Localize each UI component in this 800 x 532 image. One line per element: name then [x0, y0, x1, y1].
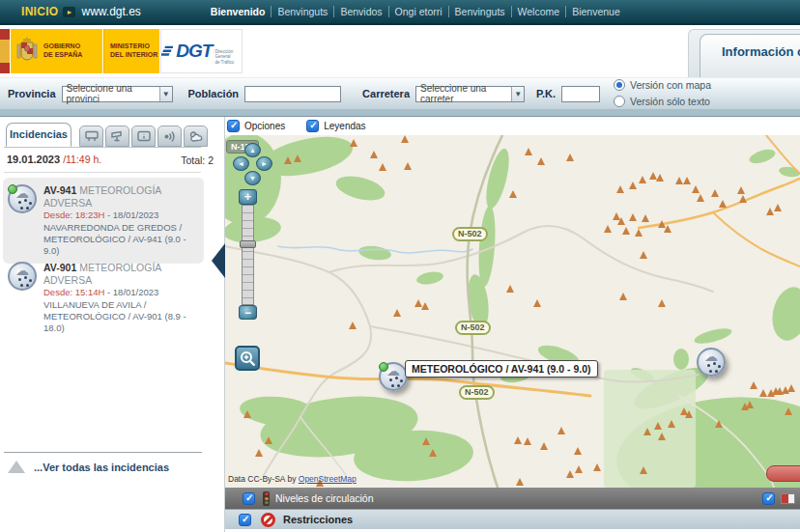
info-sensores-checkbox[interactable]: [762, 492, 775, 505]
see-all-incidents[interactable]: ...Ver todas las incidencias: [8, 461, 169, 473]
inicio-link[interactable]: INICIO: [21, 5, 58, 18]
pk-input[interactable]: [561, 86, 600, 102]
map-marker-av941[interactable]: ☁: [379, 362, 408, 391]
dgt-url-link[interactable]: www.dgt.es: [81, 5, 140, 18]
leyendas-label: Leyendas: [324, 121, 365, 131]
welcome-link[interactable]: Benvinguts: [449, 6, 512, 17]
header: GOBIERNO DE ESPAÑA MINISTERIO DEL INTERI…: [0, 25, 800, 77]
incident-location: NAVARREDONDA DE GREDOS /: [43, 222, 200, 234]
tab-informacion-carreteras[interactable]: Información c: [700, 34, 800, 77]
map-options-row: Opciones Leyendas: [225, 117, 800, 135]
top-bar: INICIO ► www.dgt.es BienvenidoBenvinguts…: [0, 0, 800, 25]
incident-start-time: 18:23H: [75, 210, 105, 220]
collapse-sidebar-arrow[interactable]: [212, 243, 225, 278]
chevron-down-icon: ▼: [159, 87, 172, 101]
provincia-select[interactable]: Seleccione una provinci ▼: [62, 86, 173, 102]
cctv-camera-icon: [111, 130, 125, 143]
traffic-levels-icon: [263, 491, 270, 506]
incident-detail: METEOROLÓGICO / AV-941 (9.0 - 9.0): [43, 234, 200, 258]
welcome-link[interactable]: Benvidos: [334, 6, 388, 17]
opciones-label: Opciones: [244, 121, 285, 131]
no-entry-icon: [261, 513, 275, 527]
dgt-wordmark: DGT: [176, 41, 212, 61]
restricciones-checkbox[interactable]: [239, 514, 251, 526]
filter-bar: Provincia Seleccione una provinci ▼ Pobl…: [0, 77, 800, 109]
zoom-slider-track[interactable]: [242, 205, 254, 305]
zoom-in-button[interactable]: +: [239, 189, 257, 205]
pk-label: P.K.: [536, 88, 556, 99]
map-zoom-control: + −: [239, 189, 258, 320]
version-text-radio[interactable]: [614, 96, 625, 107]
radio-waves-icon: [163, 130, 177, 143]
welcome-link[interactable]: Welcome: [512, 6, 567, 17]
partial-red-badge[interactable]: [766, 465, 800, 482]
incident-item-av901[interactable]: ☁ AV-901 METEOROLOGÍA ADVERSA Desde: 15:…: [3, 255, 204, 341]
map-attribution: Data CC-By-SA by OpenStreetMap: [228, 474, 357, 484]
info-panel-icon: [137, 130, 151, 143]
chevron-down-icon: ▼: [511, 87, 524, 101]
version-map-label: Versión con mapa: [630, 79, 711, 91]
zoom-out-button[interactable]: −: [239, 305, 257, 320]
dgt-subtitle: Dirección General de Tráfico: [214, 49, 242, 65]
tab-panels-button[interactable]: [79, 126, 103, 147]
ministerio-logo: MINISTERIO DEL INTERIOR: [103, 29, 159, 73]
adverse-weather-marker-icon: ☁: [8, 262, 37, 291]
active-status-dot: [8, 184, 17, 194]
provincia-label: Provincia: [8, 88, 56, 99]
report-time: /11:49 h.: [63, 154, 101, 165]
map-area: Opciones Leyendas: [225, 117, 800, 532]
dgt-logo[interactable]: DGT Dirección General de Tráfico: [160, 29, 243, 73]
welcome-link[interactable]: Bienvenido: [205, 6, 272, 17]
dgt-mark-icon: [161, 42, 173, 60]
welcome-link[interactable]: Benvinguts: [271, 6, 334, 17]
traffic-levels-bar: Niveles de circulación Info sensore: [225, 488, 800, 509]
tab-incidencias[interactable]: Incidencias: [6, 123, 71, 147]
map-canvas[interactable]: [225, 135, 800, 488]
pan-right-button[interactable]: ►: [256, 156, 272, 171]
pan-left-button[interactable]: ◄: [233, 156, 249, 171]
total-count: Total: 2: [181, 154, 214, 166]
pan-down-button[interactable]: ▼: [244, 171, 261, 185]
tab-cameras-button[interactable]: [105, 126, 129, 147]
poblacion-label: Población: [188, 88, 240, 99]
carretera-select[interactable]: Seleccione una carreter ▼: [415, 86, 525, 102]
welcome-link[interactable]: Bienvenue: [566, 6, 626, 17]
gobierno-logo: GOBIERNO DE ESPAÑA: [11, 29, 102, 73]
divider: [4, 452, 202, 453]
incident-start-date: - 18/01/2023: [107, 210, 158, 220]
incident-item-av941[interactable]: ☁ AV-941 METEOROLOGÍA ADVERSA Desde: 18:…: [3, 178, 204, 264]
road-shield-n502: N-502: [459, 385, 495, 400]
welcome-link[interactable]: Ongi etorri: [389, 6, 449, 17]
leyendas-checkbox[interactable]: [306, 120, 319, 132]
welcome-links: BienvenidoBenvingutsBenvidosOngi etorriB…: [205, 6, 626, 17]
pan-up-button[interactable]: ▲: [244, 143, 261, 157]
version-text-label: Versión sólo texto: [630, 96, 710, 107]
gobierno-text: GOBIERNO DE ESPAÑA: [43, 42, 82, 60]
niveles-label: Niveles de circulación: [275, 492, 374, 504]
poblacion-input[interactable]: [244, 86, 341, 102]
coat-of-arms-icon: [14, 37, 40, 66]
restricciones-label: Restricciones: [283, 514, 353, 525]
zoom-box-button[interactable]: [235, 346, 260, 371]
weather-icon: [188, 130, 203, 143]
openstreetmap-link[interactable]: OpenStreetMap: [299, 474, 357, 484]
inicio-arrow-icon: ►: [63, 7, 75, 17]
adverse-weather-marker-icon: ☁: [8, 184, 37, 213]
zoom-slider-handle[interactable]: [240, 240, 256, 248]
map-marker-av901[interactable]: ☁: [697, 348, 726, 377]
niveles-checkbox[interactable]: [243, 492, 255, 505]
incident-start-time: 15:14H: [75, 287, 105, 297]
message-panel-icon: [85, 130, 99, 143]
restrictions-bar: Restricciones: [225, 509, 800, 529]
triangle-icon: [8, 461, 25, 473]
report-date: 19.01.2023: [7, 154, 60, 165]
tab-radio-button[interactable]: [157, 126, 182, 147]
divider: [4, 147, 201, 148]
version-map-radio[interactable]: [614, 79, 625, 91]
tab-info-panels-button[interactable]: [131, 126, 156, 147]
road-shield-n502: N-502: [455, 321, 491, 335]
incident-code: AV-901: [43, 262, 76, 273]
map-viewport[interactable]: N-110 N-502 N-502 N-502 ▲ ◄ ► ▼ + −: [225, 135, 800, 488]
tab-weather-button[interactable]: [184, 126, 208, 147]
opciones-checkbox[interactable]: [227, 120, 240, 132]
